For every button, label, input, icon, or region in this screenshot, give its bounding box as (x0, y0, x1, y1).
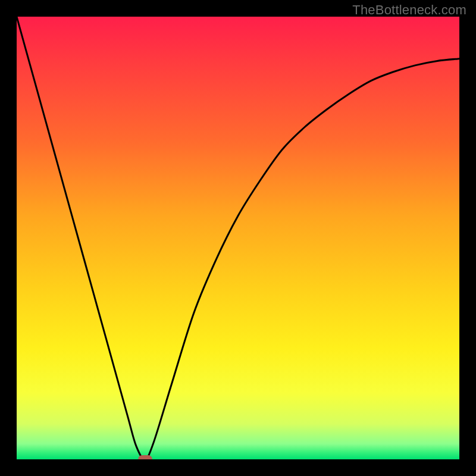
chart-frame: TheBottleneck.com (0, 0, 476, 476)
plot-area (17, 17, 459, 459)
watermark-text: TheBottleneck.com (352, 2, 466, 18)
minimum-marker (138, 455, 152, 459)
bottleneck-curve (17, 17, 459, 459)
